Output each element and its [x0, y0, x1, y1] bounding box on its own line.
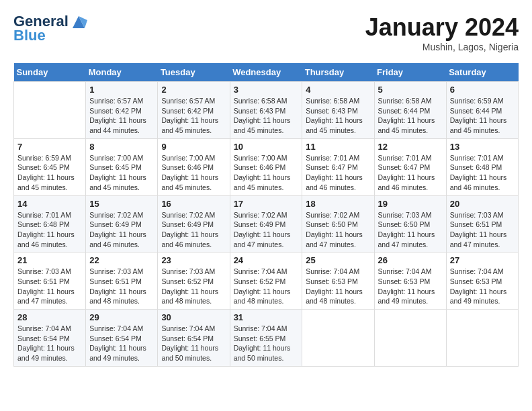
day-number: 17: [234, 199, 299, 209]
calendar-cell: 6Sunrise: 6:59 AMSunset: 6:44 PMDaylight…: [446, 82, 518, 139]
day-number: 24: [234, 255, 299, 265]
calendar-cell: 17Sunrise: 7:02 AMSunset: 6:49 PMDayligh…: [230, 195, 302, 253]
page-header: General Blue January 2024 Mushin, Lagos,…: [13, 13, 519, 52]
cell-info: Sunrise: 6:58 AMSunset: 6:43 PMDaylight:…: [306, 96, 370, 136]
day-number: 1: [89, 85, 154, 95]
calendar-cell: 24Sunrise: 7:04 AMSunset: 6:52 PMDayligh…: [230, 253, 302, 310]
day-number: 11: [306, 142, 370, 152]
cell-info: Sunrise: 7:04 AMSunset: 6:53 PMDaylight:…: [306, 267, 370, 306]
day-number: 5: [378, 85, 443, 95]
day-number: 20: [450, 199, 515, 209]
calendar-cell: 4Sunrise: 6:58 AMSunset: 6:43 PMDaylight…: [302, 82, 374, 139]
day-number: 23: [161, 255, 226, 265]
day-number: 25: [306, 255, 370, 265]
day-number: 14: [17, 199, 82, 209]
cell-info: Sunrise: 7:04 AMSunset: 6:53 PMDaylight:…: [450, 267, 515, 306]
calendar-table: SundayMondayTuesdayWednesdayThursdayFrid…: [13, 63, 519, 367]
cell-info: Sunrise: 7:01 AMSunset: 6:48 PMDaylight:…: [17, 210, 82, 250]
day-number: 29: [89, 312, 154, 322]
day-number: 31: [234, 312, 299, 322]
day-number: 9: [161, 142, 226, 152]
weekday-header: Friday: [374, 63, 446, 82]
calendar-cell: [374, 310, 446, 367]
cell-info: Sunrise: 6:59 AMSunset: 6:44 PMDaylight:…: [450, 96, 515, 136]
day-number: 13: [450, 142, 515, 152]
day-number: 28: [17, 312, 82, 322]
day-number: 10: [234, 142, 299, 152]
cell-info: Sunrise: 6:59 AMSunset: 6:45 PMDaylight:…: [17, 153, 82, 193]
calendar-cell: 13Sunrise: 7:01 AMSunset: 6:48 PMDayligh…: [446, 138, 518, 195]
weekday-header: Monday: [86, 63, 158, 82]
cell-info: Sunrise: 7:04 AMSunset: 6:55 PMDaylight:…: [234, 324, 299, 363]
day-number: 7: [17, 142, 82, 152]
cell-info: Sunrise: 7:01 AMSunset: 6:47 PMDaylight:…: [378, 153, 443, 193]
cell-info: Sunrise: 7:03 AMSunset: 6:51 PMDaylight:…: [89, 267, 154, 306]
day-number: 8: [89, 142, 154, 152]
calendar-cell: 31Sunrise: 7:04 AMSunset: 6:55 PMDayligh…: [230, 310, 302, 367]
calendar-week-row: 7Sunrise: 6:59 AMSunset: 6:45 PMDaylight…: [14, 138, 519, 195]
logo-icon: [70, 15, 87, 30]
title-block: January 2024 Mushin, Lagos, Nigeria: [365, 13, 519, 52]
calendar-cell: [14, 82, 86, 139]
day-number: 27: [450, 255, 515, 265]
calendar-cell: 18Sunrise: 7:02 AMSunset: 6:50 PMDayligh…: [302, 195, 374, 253]
day-number: 15: [89, 199, 154, 209]
calendar-cell: 28Sunrise: 7:04 AMSunset: 6:54 PMDayligh…: [14, 310, 86, 367]
calendar-header-row: SundayMondayTuesdayWednesdayThursdayFrid…: [14, 63, 519, 82]
cell-info: Sunrise: 7:02 AMSunset: 6:49 PMDaylight:…: [234, 210, 299, 250]
cell-info: Sunrise: 7:03 AMSunset: 6:52 PMDaylight:…: [161, 267, 226, 306]
cell-info: Sunrise: 7:04 AMSunset: 6:54 PMDaylight:…: [161, 324, 226, 363]
weekday-header: Thursday: [302, 63, 374, 82]
weekday-header: Wednesday: [230, 63, 302, 82]
weekday-header: Sunday: [14, 63, 86, 82]
calendar-cell: 26Sunrise: 7:04 AMSunset: 6:53 PMDayligh…: [374, 253, 446, 310]
day-number: 18: [306, 199, 370, 209]
calendar-cell: 1Sunrise: 6:57 AMSunset: 6:42 PMDaylight…: [86, 82, 158, 139]
cell-info: Sunrise: 7:03 AMSunset: 6:50 PMDaylight:…: [378, 210, 443, 250]
calendar-cell: 11Sunrise: 7:01 AMSunset: 6:47 PMDayligh…: [302, 138, 374, 195]
calendar-cell: 30Sunrise: 7:04 AMSunset: 6:54 PMDayligh…: [158, 310, 230, 367]
cell-info: Sunrise: 7:01 AMSunset: 6:47 PMDaylight:…: [306, 153, 370, 193]
calendar-cell: [446, 310, 518, 367]
day-number: 21: [17, 255, 82, 265]
calendar-cell: 25Sunrise: 7:04 AMSunset: 6:53 PMDayligh…: [302, 253, 374, 310]
calendar-cell: 10Sunrise: 7:00 AMSunset: 6:46 PMDayligh…: [230, 138, 302, 195]
calendar-week-row: 1Sunrise: 6:57 AMSunset: 6:42 PMDaylight…: [14, 82, 519, 139]
day-number: 12: [378, 142, 443, 152]
cell-info: Sunrise: 7:03 AMSunset: 6:51 PMDaylight:…: [450, 210, 515, 250]
calendar-cell: 29Sunrise: 7:04 AMSunset: 6:54 PMDayligh…: [86, 310, 158, 367]
day-number: 16: [161, 199, 226, 209]
cell-info: Sunrise: 7:00 AMSunset: 6:46 PMDaylight:…: [234, 153, 299, 193]
cell-info: Sunrise: 6:57 AMSunset: 6:42 PMDaylight:…: [161, 96, 226, 136]
weekday-header: Tuesday: [158, 63, 230, 82]
day-number: 22: [89, 255, 154, 265]
day-number: 3: [234, 85, 299, 95]
calendar-cell: 20Sunrise: 7:03 AMSunset: 6:51 PMDayligh…: [446, 195, 518, 253]
calendar-cell: 21Sunrise: 7:03 AMSunset: 6:51 PMDayligh…: [14, 253, 86, 310]
cell-info: Sunrise: 7:00 AMSunset: 6:46 PMDaylight:…: [161, 153, 226, 193]
weekday-header: Saturday: [446, 63, 518, 82]
cell-info: Sunrise: 7:02 AMSunset: 6:49 PMDaylight:…: [89, 210, 154, 250]
cell-info: Sunrise: 7:00 AMSunset: 6:45 PMDaylight:…: [89, 153, 154, 193]
day-number: 19: [378, 199, 443, 209]
cell-info: Sunrise: 6:58 AMSunset: 6:44 PMDaylight:…: [378, 96, 443, 136]
calendar-cell: 3Sunrise: 6:58 AMSunset: 6:43 PMDaylight…: [230, 82, 302, 139]
calendar-cell: 19Sunrise: 7:03 AMSunset: 6:50 PMDayligh…: [374, 195, 446, 253]
month-title: January 2024: [365, 13, 519, 42]
calendar-week-row: 14Sunrise: 7:01 AMSunset: 6:48 PMDayligh…: [14, 195, 519, 253]
calendar-cell: 5Sunrise: 6:58 AMSunset: 6:44 PMDaylight…: [374, 82, 446, 139]
calendar-cell: 12Sunrise: 7:01 AMSunset: 6:47 PMDayligh…: [374, 138, 446, 195]
calendar-cell: 2Sunrise: 6:57 AMSunset: 6:42 PMDaylight…: [158, 82, 230, 139]
day-number: 30: [161, 312, 226, 322]
calendar-cell: 7Sunrise: 6:59 AMSunset: 6:45 PMDaylight…: [14, 138, 86, 195]
cell-info: Sunrise: 7:03 AMSunset: 6:51 PMDaylight:…: [17, 267, 82, 306]
calendar-cell: 15Sunrise: 7:02 AMSunset: 6:49 PMDayligh…: [86, 195, 158, 253]
calendar-week-row: 21Sunrise: 7:03 AMSunset: 6:51 PMDayligh…: [14, 253, 519, 310]
calendar-cell: [302, 310, 374, 367]
calendar-cell: 14Sunrise: 7:01 AMSunset: 6:48 PMDayligh…: [14, 195, 86, 253]
cell-info: Sunrise: 7:04 AMSunset: 6:53 PMDaylight:…: [378, 267, 443, 306]
calendar-cell: 27Sunrise: 7:04 AMSunset: 6:53 PMDayligh…: [446, 253, 518, 310]
cell-info: Sunrise: 6:57 AMSunset: 6:42 PMDaylight:…: [89, 96, 154, 136]
calendar-cell: 23Sunrise: 7:03 AMSunset: 6:52 PMDayligh…: [158, 253, 230, 310]
calendar-cell: 16Sunrise: 7:02 AMSunset: 6:49 PMDayligh…: [158, 195, 230, 253]
